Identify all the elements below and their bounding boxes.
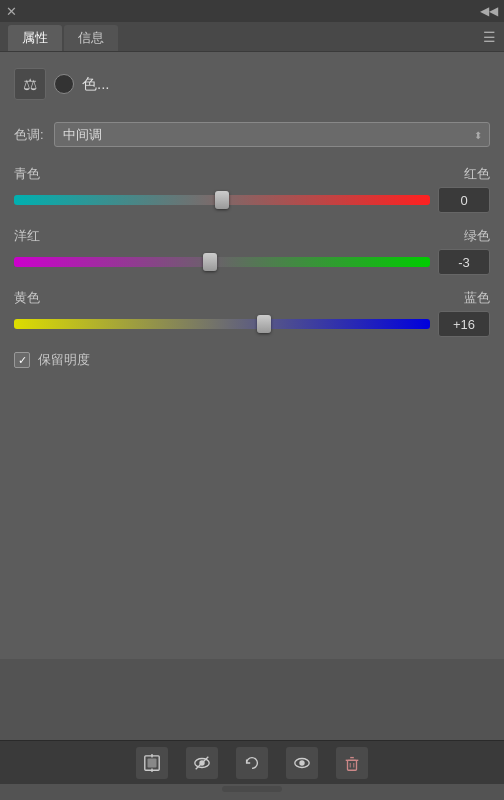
- delete-button[interactable]: [336, 747, 368, 779]
- slider-value-1[interactable]: 0: [438, 187, 490, 213]
- add-clip-icon: [143, 754, 161, 772]
- slider-value-2[interactable]: -3: [438, 249, 490, 275]
- slider-thumb-2[interactable]: [203, 253, 217, 271]
- tone-select-wrapper[interactable]: 高光 中间调 阴影: [54, 122, 490, 147]
- slider-magenta-green: 洋红 绿色 -3: [14, 227, 490, 275]
- visibility-icon: [293, 754, 311, 772]
- slider-right-label-3: 蓝色: [464, 289, 490, 307]
- slider-track-wrapper-1[interactable]: [14, 193, 430, 207]
- title-bar-right: ◀◀: [480, 4, 498, 18]
- slider-labels-3: 黄色 蓝色: [14, 289, 490, 307]
- slider-left-label-3: 黄色: [14, 289, 40, 307]
- eye-toggle-icon: [193, 754, 211, 772]
- preserve-luminosity-label: 保留明度: [38, 351, 90, 369]
- bottom-toolbar: [0, 740, 504, 784]
- empty-area: [0, 379, 504, 659]
- slider-labels-1: 青色 红色: [14, 165, 490, 183]
- slider-labels-2: 洋红 绿色: [14, 227, 490, 245]
- tab-menu-icon[interactable]: ☰: [483, 29, 496, 51]
- slider-track-1: [14, 195, 430, 205]
- tone-label: 色调:: [14, 126, 44, 144]
- slider-left-label-2: 洋红: [14, 227, 40, 245]
- svg-rect-9: [348, 760, 357, 770]
- svg-rect-1: [148, 758, 157, 767]
- checkbox-row: ✓ 保留明度: [14, 351, 490, 369]
- eye-toggle-button[interactable]: [186, 747, 218, 779]
- slider-thumb-1[interactable]: [215, 191, 229, 209]
- slider-thumb-3[interactable]: [257, 315, 271, 333]
- tab-bar: 属性 信息 ☰: [0, 22, 504, 52]
- add-clip-button[interactable]: [136, 747, 168, 779]
- balance-icon: ⚖: [14, 68, 46, 100]
- circle-icon: [54, 74, 74, 94]
- slider-right-label-2: 绿色: [464, 227, 490, 245]
- svg-point-8: [299, 760, 304, 765]
- slider-row-1: 0: [14, 187, 490, 213]
- panel-title: 色...: [82, 75, 110, 94]
- slider-right-label-1: 红色: [464, 165, 490, 183]
- slider-cyan-red: 青色 红色 0: [14, 165, 490, 213]
- tabs-container: 属性 信息: [8, 25, 118, 51]
- title-bar-left: ✕: [6, 4, 17, 19]
- tab-info[interactable]: 信息: [64, 25, 118, 51]
- slider-track-3: [14, 319, 430, 329]
- tone-row: 色调: 高光 中间调 阴影: [14, 122, 490, 147]
- slider-yellow-blue: 黄色 蓝色 +16: [14, 289, 490, 337]
- header-row: ⚖ 色...: [14, 62, 490, 106]
- tab-properties[interactable]: 属性: [8, 25, 62, 51]
- preserve-luminosity-checkbox[interactable]: ✓: [14, 352, 30, 368]
- slider-row-2: -3: [14, 249, 490, 275]
- collapse-icon[interactable]: ◀◀: [480, 4, 498, 18]
- slider-track-2: [14, 257, 430, 267]
- visibility-button[interactable]: [286, 747, 318, 779]
- slider-value-3[interactable]: +16: [438, 311, 490, 337]
- close-button[interactable]: ✕: [6, 4, 17, 19]
- reset-icon: [243, 754, 261, 772]
- slider-track-wrapper-2[interactable]: [14, 255, 430, 269]
- trash-icon: [343, 754, 361, 772]
- slider-left-label-1: 青色: [14, 165, 40, 183]
- title-bar: ✕ ◀◀: [0, 0, 504, 22]
- resize-handle[interactable]: [222, 786, 282, 792]
- slider-track-wrapper-3[interactable]: [14, 317, 430, 331]
- main-panel: ⚖ 色... 色调: 高光 中间调 阴影 青色 红色 0: [0, 52, 504, 379]
- slider-row-3: +16: [14, 311, 490, 337]
- balance-symbol: ⚖: [23, 75, 37, 94]
- reset-button[interactable]: [236, 747, 268, 779]
- tone-select[interactable]: 高光 中间调 阴影: [54, 122, 490, 147]
